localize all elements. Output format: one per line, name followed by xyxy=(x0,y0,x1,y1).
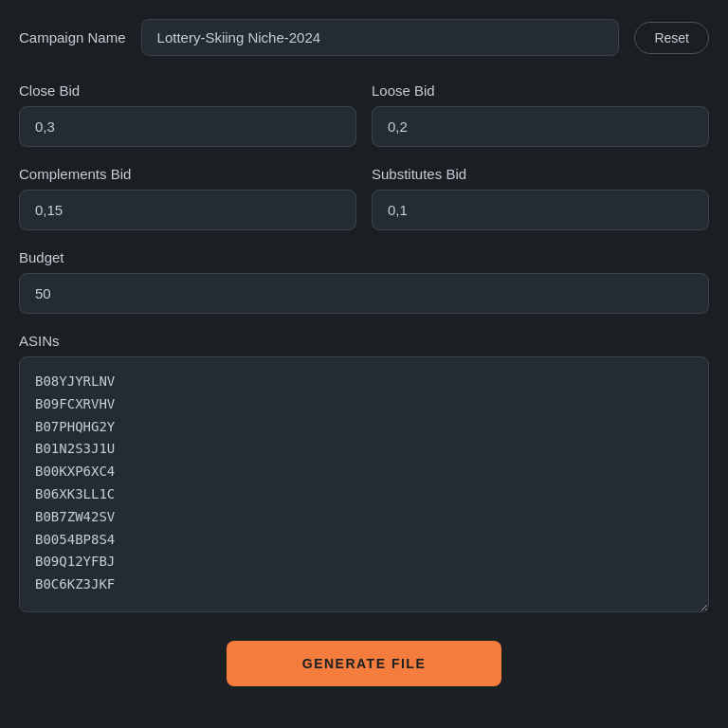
asins-label: ASINs xyxy=(19,333,709,349)
close-bid-group: Close Bid xyxy=(19,82,356,147)
substitutes-bid-input[interactable] xyxy=(372,190,709,230)
campaign-name-label: Campaign Name xyxy=(19,29,126,46)
substitutes-bid-group: Substitutes Bid xyxy=(372,166,709,230)
asins-textarea[interactable] xyxy=(19,356,709,612)
loose-bid-label: Loose Bid xyxy=(372,82,709,99)
reset-button[interactable]: Reset xyxy=(634,22,709,54)
substitutes-bid-label: Substitutes Bid xyxy=(372,166,709,182)
generate-file-button[interactable]: GENERATE FILE xyxy=(227,641,501,686)
budget-input[interactable] xyxy=(19,273,709,314)
budget-group: Budget xyxy=(19,249,709,314)
complements-bid-input[interactable] xyxy=(19,190,356,230)
close-bid-label: Close Bid xyxy=(19,82,356,99)
budget-label: Budget xyxy=(19,249,709,265)
loose-bid-input[interactable] xyxy=(372,106,709,147)
complements-bid-group: Complements Bid xyxy=(19,166,356,230)
loose-bid-group: Loose Bid xyxy=(372,82,709,147)
complements-bid-label: Complements Bid xyxy=(19,166,356,182)
asins-group: ASINs xyxy=(19,333,709,612)
campaign-name-row: Campaign Name Reset xyxy=(19,19,709,56)
page-container: Campaign Name Reset Close Bid Loose Bid … xyxy=(19,19,709,686)
campaign-name-input[interactable] xyxy=(141,19,620,56)
bid-row-2: Complements Bid Substitutes Bid xyxy=(19,166,709,230)
generate-button-container: GENERATE FILE xyxy=(19,641,709,686)
close-bid-input[interactable] xyxy=(19,106,356,147)
bid-row-1: Close Bid Loose Bid xyxy=(19,82,709,147)
